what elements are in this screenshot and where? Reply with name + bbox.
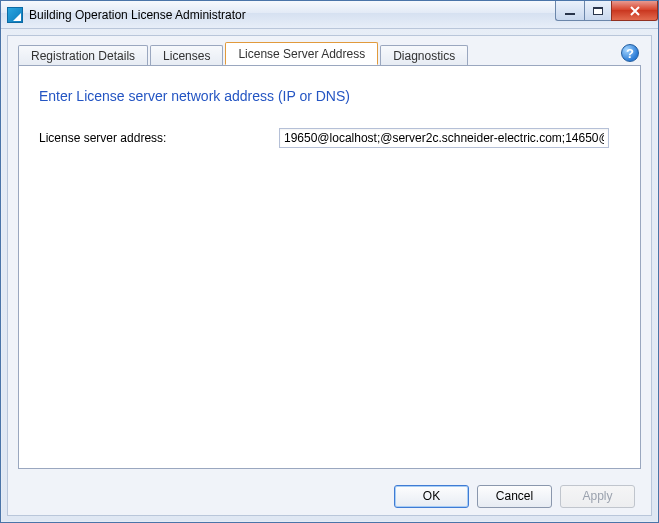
window-controls (555, 1, 658, 21)
section-title: Enter License server network address (IP… (39, 88, 620, 104)
cancel-button[interactable]: Cancel (477, 485, 552, 508)
apply-button: Apply (560, 485, 635, 508)
minimize-button[interactable] (555, 1, 584, 21)
client-area: Registration Details Licenses License Se… (7, 35, 652, 516)
tab-license-server-address[interactable]: License Server Address (225, 42, 378, 65)
close-button[interactable] (611, 1, 658, 21)
tab-strip: Registration Details Licenses License Se… (8, 42, 651, 65)
license-server-address-label: License server address: (39, 131, 279, 145)
dialog-footer: OK Cancel Apply (8, 477, 651, 515)
ok-button[interactable]: OK (394, 485, 469, 508)
help-icon[interactable]: ? (621, 44, 639, 62)
license-server-address-input[interactable] (279, 128, 609, 148)
titlebar[interactable]: Building Operation License Administrator (1, 1, 658, 29)
tab-registration-details[interactable]: Registration Details (18, 45, 148, 66)
window-title: Building Operation License Administrator (29, 8, 246, 22)
tab-body: Enter License server network address (IP… (18, 65, 641, 469)
app-window: Building Operation License Administrator… (0, 0, 659, 523)
field-row: License server address: (39, 128, 620, 148)
tab-licenses[interactable]: Licenses (150, 45, 223, 66)
maximize-button[interactable] (584, 1, 611, 21)
tab-diagnostics[interactable]: Diagnostics (380, 45, 468, 66)
app-icon (7, 7, 23, 23)
